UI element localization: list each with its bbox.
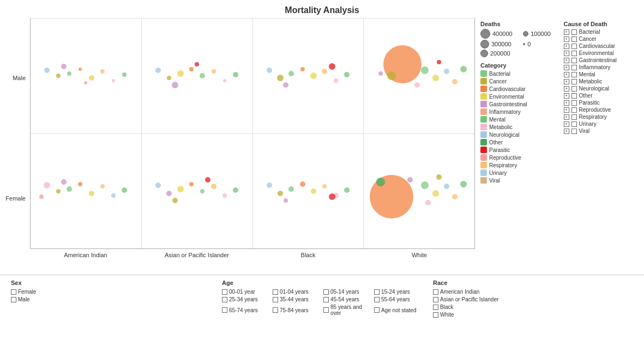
age-checkbox[interactable] [273,289,278,295]
race-filter-item[interactable]: Asian or Pacific Islander [433,296,633,302]
data-dot [44,182,50,189]
age-checkbox[interactable] [273,307,278,313]
race-checkbox[interactable] [433,289,438,295]
expand-icon[interactable]: + [564,29,569,35]
expand-icon[interactable]: + [564,93,569,99]
checkbox-icon[interactable] [571,114,577,120]
age-checkbox[interactable] [323,297,329,302]
age-checkbox[interactable] [374,297,380,302]
age-filter-item[interactable]: 01-04 years [273,289,321,295]
size-row-400k: 400000 [480,29,520,39]
size-label-400k: 400000 [492,31,513,37]
expand-icon[interactable]: + [564,86,569,92]
expand-icon[interactable]: + [564,65,569,70]
data-dot [436,174,442,180]
checkbox-icon[interactable] [571,44,577,49]
checkbox-icon[interactable] [571,29,577,35]
age-checkbox[interactable] [323,307,329,313]
expand-icon[interactable]: + [564,58,569,63]
cause-legend-panel: Cause of Death +Bacterial+Cancer+Cardiov… [564,21,642,272]
expand-icon[interactable]: + [564,51,569,56]
race-filter-items: American IndianAsian or Pacific Islander… [433,289,633,318]
age-filter-item[interactable]: 00-01 year [222,289,270,295]
y-axis-labels: Male Female [0,18,30,258]
age-filter-item[interactable]: 65-74 years [222,304,270,316]
checkbox-icon[interactable] [571,72,577,77]
category-swatch [480,124,487,130]
age-filter-item[interactable]: 15-24 years [374,289,422,295]
x-label-american-indian: American Indian [30,249,141,258]
age-checkbox[interactable] [374,289,380,295]
age-checkbox[interactable] [222,297,227,302]
x-label-white: White [364,249,475,258]
checkbox-icon[interactable] [571,122,577,127]
checkbox-icon[interactable] [571,79,577,84]
age-filter-item[interactable]: 85 years and over [323,304,371,316]
age-checkbox[interactable] [273,297,278,302]
category-legend-item: Viral [480,177,558,184]
age-label: 15-24 years [381,289,410,295]
data-dot [376,178,385,186]
age-filter-item[interactable]: 25-34 years [222,296,270,302]
category-legend-item: Neurological [480,131,558,138]
age-filter-item[interactable]: Age not stated [374,304,422,316]
checkbox-icon[interactable] [571,58,577,63]
sex-checkbox[interactable] [11,297,16,302]
age-filter-item[interactable]: 55-64 years [374,296,422,302]
size-row-200k: 200000 [480,50,520,57]
expand-icon[interactable]: + [564,37,569,42]
expand-icon[interactable]: + [564,44,569,49]
category-swatch [480,93,487,100]
data-dot [112,79,115,82]
sex-filter-item[interactable]: Male [11,296,211,302]
age-filter-item[interactable]: 45-54 years [323,296,371,302]
expand-icon[interactable]: + [564,114,569,120]
age-checkbox[interactable] [222,307,227,313]
checkbox-icon[interactable] [571,65,577,70]
age-filter-item[interactable]: 35-44 years [273,296,321,302]
expand-icon[interactable]: + [564,79,569,84]
race-filter-item[interactable]: Black [433,304,633,310]
checkbox-icon[interactable] [571,37,577,42]
data-dot [100,69,105,74]
size-label-200k: 200000 [490,50,510,57]
age-checkbox[interactable] [222,289,227,295]
age-filter-item[interactable]: 05-14 years [323,289,371,295]
category-label: Respiratory [489,162,517,168]
checkbox-icon[interactable] [571,107,577,113]
data-dot [460,66,467,72]
checkbox-icon[interactable] [571,100,577,106]
race-checkbox[interactable] [433,297,438,302]
expand-icon[interactable]: + [564,107,569,113]
expand-icon[interactable]: + [564,100,569,106]
data-dot [300,67,305,71]
category-legend-item: Other [480,139,558,145]
race-filter-item[interactable]: American Indian [433,289,633,295]
age-checkbox[interactable] [323,289,329,295]
sex-checkbox[interactable] [11,289,16,295]
checkbox-icon[interactable] [571,51,577,56]
data-dot [78,182,82,186]
cell-female-white [364,133,475,249]
data-dot [122,72,127,77]
cause-label: Neurological [579,86,610,92]
race-filter-item[interactable]: White [433,312,633,318]
race-checkbox[interactable] [433,312,438,318]
data-dot [167,76,171,80]
expand-icon[interactable]: + [564,72,569,77]
cause-label: Environmental [579,50,614,56]
expand-icon[interactable]: + [564,129,569,134]
sex-filter-item[interactable]: Female [11,289,211,295]
category-label: Neurological [489,132,520,138]
checkbox-icon[interactable] [571,86,577,92]
age-filter-item[interactable]: 75-84 years [273,304,321,316]
checkbox-icon[interactable] [571,93,577,99]
size-label-100k: 100000 [531,31,551,37]
checkbox-icon[interactable] [571,129,577,134]
race-checkbox[interactable] [433,305,438,310]
category-swatch [480,154,487,161]
expand-icon[interactable]: + [564,122,569,127]
age-label: 05-14 years [330,289,359,295]
age-checkbox[interactable] [374,307,380,313]
category-legend-item: Bacterial [480,70,558,77]
